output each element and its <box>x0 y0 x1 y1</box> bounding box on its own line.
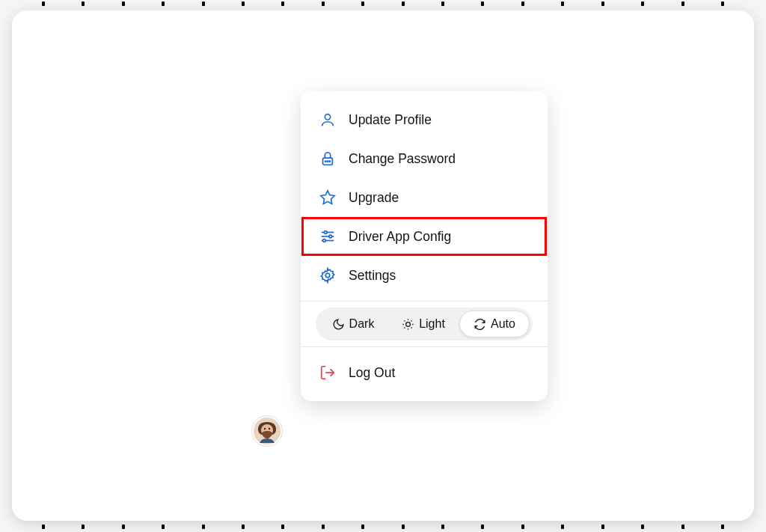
theme-option-label: Light <box>419 317 445 331</box>
theme-option-label: Auto <box>491 317 515 331</box>
menu-item-change-password[interactable]: Change Password <box>301 139 548 178</box>
svg-point-12 <box>329 235 332 238</box>
svg-line-24 <box>411 320 412 321</box>
theme-switcher: Dark Light Auto <box>316 308 533 340</box>
svg-point-2 <box>264 428 266 429</box>
sync-icon <box>474 318 486 331</box>
svg-point-8 <box>329 161 330 162</box>
theme-option-light[interactable]: Light <box>389 311 458 337</box>
lock-icon <box>319 150 337 168</box>
menu-item-label: Update Profile <box>349 112 432 128</box>
divider <box>301 301 548 302</box>
moon-icon <box>332 318 345 331</box>
svg-point-6 <box>325 161 326 162</box>
theme-option-dark[interactable]: Dark <box>319 311 387 337</box>
svg-point-4 <box>325 114 330 120</box>
svg-point-15 <box>325 273 330 278</box>
avatar[interactable] <box>251 415 283 447</box>
profile-menu: Update Profile Change Password Upgrade D… <box>301 91 548 401</box>
svg-line-19 <box>405 320 405 321</box>
menu-item-upgrade[interactable]: Upgrade <box>301 178 548 217</box>
menu-item-label: Upgrade <box>349 190 399 206</box>
menu-item-label: Driver App Config <box>349 229 451 245</box>
menu-item-label: Settings <box>349 268 396 284</box>
svg-point-16 <box>406 322 411 326</box>
svg-point-7 <box>327 161 328 162</box>
menu-item-logout[interactable]: Log Out <box>301 353 548 392</box>
divider <box>301 346 548 347</box>
app-card: Update Profile Change Password Upgrade D… <box>12 10 754 521</box>
sliders-icon <box>319 227 337 245</box>
logout-icon <box>319 364 337 382</box>
sun-icon <box>402 318 414 331</box>
svg-point-14 <box>323 239 326 242</box>
menu-item-label: Log Out <box>349 365 395 381</box>
user-icon <box>319 111 337 129</box>
svg-line-20 <box>411 327 412 328</box>
theme-option-auto[interactable]: Auto <box>459 311 530 337</box>
svg-line-23 <box>405 327 405 328</box>
svg-point-3 <box>269 428 270 429</box>
theme-option-label: Dark <box>349 317 375 331</box>
menu-item-label: Change Password <box>349 151 456 167</box>
star-icon <box>319 189 337 207</box>
menu-item-driver-app-config[interactable]: Driver App Config <box>301 217 547 256</box>
gear-icon <box>319 266 337 284</box>
menu-item-settings[interactable]: Settings <box>301 256 548 295</box>
menu-item-update-profile[interactable]: Update Profile <box>301 100 548 139</box>
svg-point-10 <box>324 231 327 234</box>
